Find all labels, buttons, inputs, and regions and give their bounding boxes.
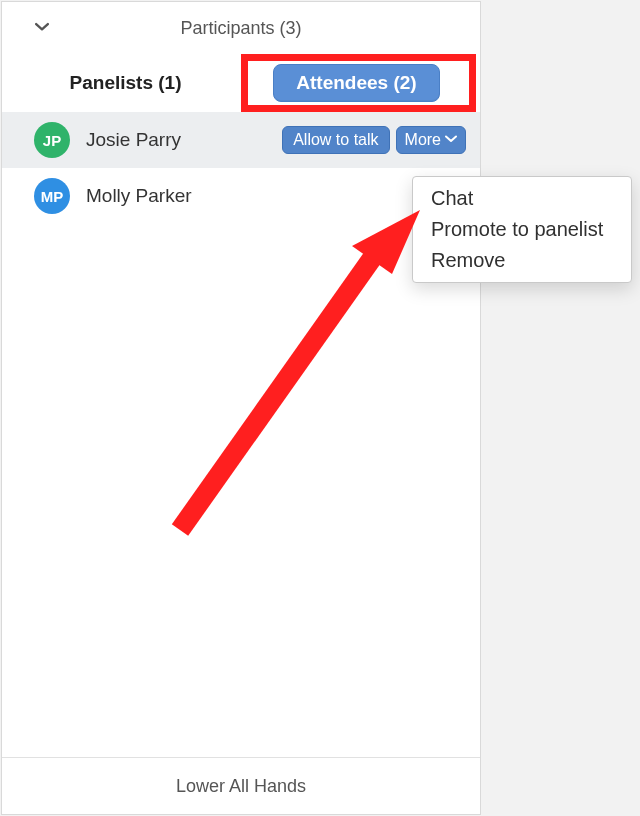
attendee-name: Josie Parry xyxy=(86,129,282,151)
more-button[interactable]: More xyxy=(396,126,466,154)
annotation-highlight-box xyxy=(241,54,476,112)
more-button-label: More xyxy=(405,131,441,149)
chevron-down-icon xyxy=(445,131,457,149)
avatar: JP xyxy=(34,122,70,158)
avatar: MP xyxy=(34,178,70,214)
tab-attendees-wrap: Attendees (2) xyxy=(241,54,472,112)
attendee-row[interactable]: JP Josie Parry Allow to talk More xyxy=(2,112,480,168)
tab-panelists[interactable]: Panelists (1) xyxy=(10,72,241,94)
chevron-down-icon xyxy=(35,2,49,54)
participants-panel: Participants (3) Panelists (1) Attendees… xyxy=(1,1,481,815)
tabs: Panelists (1) Attendees (2) xyxy=(2,54,480,112)
menu-item-chat[interactable]: Chat xyxy=(413,183,631,214)
collapse-button[interactable] xyxy=(28,14,56,42)
row-actions: Allow to talk More xyxy=(282,126,466,154)
allow-to-talk-button[interactable]: Allow to talk xyxy=(282,126,389,154)
menu-item-promote-to-panelist[interactable]: Promote to panelist xyxy=(413,214,631,245)
attendee-name: Molly Parker xyxy=(86,185,466,207)
attendees-list: JP Josie Parry Allow to talk More MP Mol… xyxy=(2,112,480,224)
lower-all-hands-button[interactable]: Lower All Hands xyxy=(2,757,480,814)
menu-item-remove[interactable]: Remove xyxy=(413,245,631,276)
attendee-row[interactable]: MP Molly Parker xyxy=(2,168,480,224)
more-context-menu: Chat Promote to panelist Remove xyxy=(412,176,632,283)
panel-title: Participants (3) xyxy=(180,18,301,38)
panel-header: Participants (3) xyxy=(2,2,480,54)
